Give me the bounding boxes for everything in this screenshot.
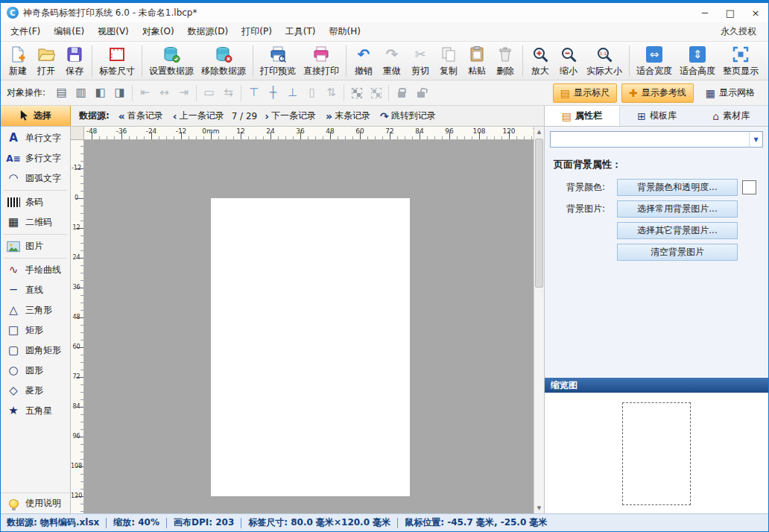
tool-triangle[interactable]: △三角形	[1, 300, 70, 320]
tool-barcode[interactable]: 条码	[1, 192, 70, 212]
delete-button[interactable]: 删除	[491, 43, 519, 79]
bg-image-clear-button[interactable]: 清空背景图片	[617, 244, 738, 261]
next-record-button[interactable]: › 下一条记录	[260, 108, 320, 124]
align-bottom-icon[interactable]: ⊥	[283, 83, 302, 103]
toolbar-separator	[142, 45, 142, 77]
tool-line[interactable]: ─直线	[1, 280, 70, 300]
fit-height-button[interactable]: ⇕ 适合高度	[676, 43, 719, 79]
h-ruler-label: 60	[355, 127, 364, 135]
bg-image-other-button[interactable]: 选择其它背景图片...	[617, 222, 738, 239]
jump-record-button[interactable]: ↷ 跳转到记录	[376, 108, 440, 124]
select-tool-button[interactable]: 选择	[1, 106, 71, 126]
ungroup-icon[interactable]	[367, 83, 385, 103]
align-center-h-icon[interactable]: ↔	[155, 83, 174, 103]
tool-rounded-rectangle[interactable]: ▢圆角矩形	[1, 341, 70, 361]
send-to-back-icon[interactable]: ▥	[72, 83, 90, 103]
first-record-button[interactable]: « 首条记录	[114, 108, 168, 124]
fit-width-button[interactable]: ⇔ 适合宽度	[633, 43, 676, 79]
canvas[interactable]	[84, 140, 534, 513]
maximize-button[interactable]: □	[718, 3, 743, 22]
bg-color-swatch[interactable]	[742, 180, 756, 194]
menu-print[interactable]: 打印(P)	[235, 22, 279, 41]
undo-label: 撤销	[355, 65, 373, 77]
label-page[interactable]	[211, 198, 410, 496]
scrollbar-thumb[interactable]	[535, 139, 543, 288]
menu-view[interactable]: 视图(V)	[91, 22, 136, 41]
redo-button[interactable]: ↷ 重做	[378, 43, 406, 79]
h-ruler-label: 96	[445, 127, 453, 135]
chevron-down-icon[interactable]: ▼	[749, 132, 762, 147]
print-preview-button[interactable]: 打印预览	[256, 43, 300, 79]
label-size-button[interactable]: 标签尺寸	[95, 43, 139, 79]
tool-single-line-text[interactable]: A单行文字	[1, 128, 70, 148]
minimize-button[interactable]: ─	[692, 3, 718, 22]
tool-freehand-curve[interactable]: ∿手绘曲线	[1, 260, 70, 280]
zoom-out-button[interactable]: 缩小	[554, 43, 583, 79]
tool-image[interactable]: 图片	[1, 236, 70, 256]
distribute-h-icon[interactable]: ⇆	[219, 83, 238, 103]
bring-forward-icon[interactable]: ◧	[91, 83, 110, 103]
show-grid-toggle[interactable]: ▦ 显示网格	[698, 83, 762, 103]
tab-properties[interactable]: ▤ 属性栏	[545, 106, 620, 126]
tab-materials[interactable]: ⌂ 素材库	[694, 106, 768, 126]
tool-circle[interactable]: ○圆形	[1, 361, 70, 381]
undo-button[interactable]: ↶ 撤销	[349, 43, 378, 79]
direct-print-button[interactable]: 直接打印	[300, 43, 343, 79]
same-width-icon[interactable]: ▭	[200, 83, 218, 103]
set-datasource-button[interactable]: 设置数据源	[145, 43, 197, 79]
unlock-icon[interactable]	[411, 83, 430, 103]
h-ruler-labels: -48-36-24-120mm1224364860728496108120132	[84, 127, 534, 139]
align-left-icon[interactable]: ⇤	[136, 83, 154, 103]
scroll-up-button[interactable]: ▲	[534, 127, 544, 137]
cut-button[interactable]: ✂ 剪切	[406, 43, 434, 79]
unlock-glyph	[417, 92, 425, 98]
scrollbar-track[interactable]	[534, 137, 544, 503]
tool-diamond[interactable]: ◇菱形	[1, 381, 70, 401]
scroll-down-button[interactable]: ▼	[534, 503, 544, 513]
menu-datasource[interactable]: 数据源(D)	[181, 22, 235, 41]
tool-arc-text[interactable]: ◠圆弧文字	[1, 168, 70, 189]
bg-color-button[interactable]: 背景颜色和透明度...	[617, 179, 738, 196]
save-button[interactable]: 保存	[60, 43, 89, 79]
prev-record-button[interactable]: ‹ 上一条记录	[168, 108, 229, 124]
distribute-v-icon[interactable]: ⇅	[322, 83, 341, 103]
tab-templates-label: 模板库	[650, 110, 677, 122]
new-button[interactable]: 新建	[4, 43, 32, 79]
tool-rectangle[interactable]: □矩形	[1, 320, 70, 341]
align-top-icon[interactable]: ⊤	[244, 83, 263, 103]
vertical-scrollbar[interactable]: ▲ ▼	[534, 127, 544, 513]
tab-templates[interactable]: ⊞ 模板库	[620, 106, 694, 126]
menu-file[interactable]: 文件(F)	[4, 22, 47, 41]
object-selector-combobox[interactable]: ▼	[550, 131, 763, 148]
menu-object[interactable]: 对象(O)	[136, 22, 181, 41]
menu-edit[interactable]: 编辑(E)	[47, 22, 91, 41]
align-right-icon[interactable]: ⇥	[174, 83, 193, 103]
menu-help[interactable]: 帮助(H)	[323, 22, 367, 41]
actual-size-button[interactable]: 1:1 实际大小	[583, 43, 626, 79]
remove-datasource-button[interactable]: 移除数据源	[197, 43, 250, 79]
last-record-button[interactable]: » 末条记录	[321, 108, 375, 124]
same-height-icon[interactable]: ▯	[303, 83, 321, 103]
close-button[interactable]: ×	[743, 3, 768, 22]
h-ruler-label: -24	[146, 127, 157, 135]
tool-label: 三角形	[25, 304, 52, 317]
align-middle-icon[interactable]: ┼	[264, 83, 282, 103]
show-guides-toggle[interactable]: ✚ 显示参考线	[621, 83, 694, 103]
tool-qrcode[interactable]: ▦二维码	[1, 212, 70, 232]
paste-button[interactable]: 粘贴	[463, 43, 491, 79]
menu-tools[interactable]: 工具(T)	[279, 22, 323, 41]
full-page-button[interactable]: 整页显示	[719, 43, 762, 79]
help-button[interactable]: 使用说明	[1, 493, 70, 513]
group-icon[interactable]	[347, 83, 366, 103]
copy-button[interactable]: 复制	[434, 43, 463, 79]
h-ruler-label: 36	[296, 127, 304, 135]
bring-to-front-icon[interactable]: ▤	[52, 83, 71, 103]
send-backward-icon[interactable]: ◨	[110, 83, 129, 103]
zoom-in-button[interactable]: 放大	[526, 43, 554, 79]
lock-icon[interactable]	[392, 83, 411, 103]
show-ruler-toggle[interactable]: ▤ 显示标尺	[553, 83, 617, 103]
bg-image-common-button[interactable]: 选择常用背景图片...	[617, 200, 738, 218]
open-button[interactable]: 打开	[32, 43, 60, 79]
tool-multi-line-text[interactable]: A≡多行文字	[1, 148, 70, 168]
tool-star[interactable]: ★五角星	[1, 401, 70, 421]
